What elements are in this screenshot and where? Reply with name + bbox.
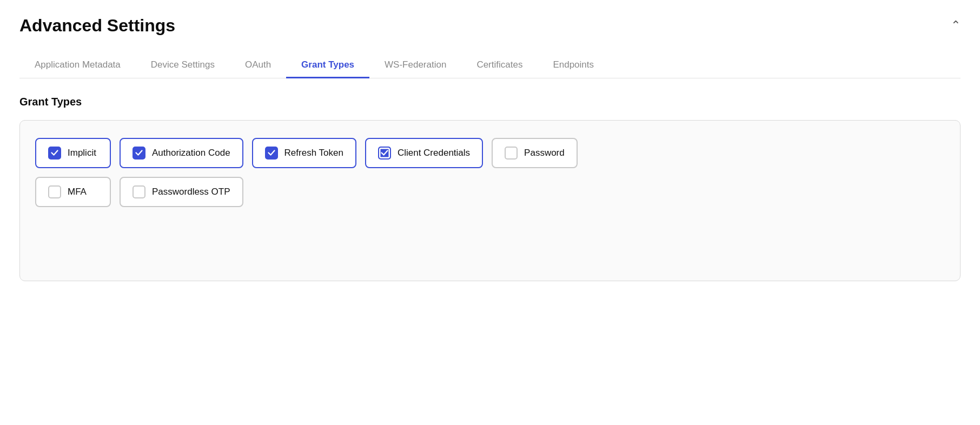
grant-types-row-2: MFA Passwordless OTP: [35, 177, 945, 207]
checkbox-password: [505, 147, 518, 160]
tab-oauth[interactable]: OAuth: [230, 53, 286, 78]
checkbox-authorization-code: [133, 147, 145, 160]
checkbox-mfa: [48, 185, 61, 198]
tab-application-metadata[interactable]: Application Metadata: [19, 53, 136, 78]
grant-type-authorization-code-label: Authorization Code: [152, 148, 230, 158]
grant-types-row-1: Implicit Authorization Code Refresh Toke…: [35, 138, 945, 168]
collapse-icon[interactable]: ⌃: [951, 18, 961, 32]
tab-device-settings[interactable]: Device Settings: [136, 53, 230, 78]
grant-type-client-credentials[interactable]: Client Credentials: [365, 138, 483, 168]
checkbox-refresh-token: [265, 147, 278, 160]
tab-endpoints[interactable]: Endpoints: [538, 53, 609, 78]
tab-ws-federation[interactable]: WS-Federation: [369, 53, 461, 78]
tab-grant-types[interactable]: Grant Types: [286, 53, 369, 78]
grant-type-mfa-label: MFA: [68, 187, 87, 197]
grant-type-implicit-label: Implicit: [68, 148, 96, 158]
grant-type-password[interactable]: Password: [492, 138, 578, 168]
grant-type-passwordless-otp-label: Passwordless OTP: [152, 187, 230, 197]
grant-type-passwordless-otp[interactable]: Passwordless OTP: [120, 177, 243, 207]
checkbox-implicit: [48, 147, 61, 160]
grant-type-implicit[interactable]: Implicit: [35, 138, 111, 168]
grant-types-box: Implicit Authorization Code Refresh Toke…: [19, 120, 961, 281]
page-container: Advanced Settings ⌃ Application Metadata…: [0, 0, 980, 301]
grant-type-mfa[interactable]: MFA: [35, 177, 111, 207]
header-row: Advanced Settings ⌃: [19, 15, 961, 36]
checkbox-passwordless-otp: [133, 185, 145, 198]
checkbox-client-credentials: [378, 147, 391, 160]
grant-type-refresh-token-label: Refresh Token: [284, 148, 343, 158]
tabs-row: Application Metadata Device Settings OAu…: [19, 53, 961, 78]
grant-type-refresh-token[interactable]: Refresh Token: [252, 138, 356, 168]
grant-type-authorization-code[interactable]: Authorization Code: [120, 138, 243, 168]
grant-type-password-label: Password: [524, 148, 565, 158]
grant-type-client-credentials-label: Client Credentials: [398, 148, 470, 158]
section-title: Grant Types: [19, 96, 961, 108]
tab-certificates[interactable]: Certificates: [461, 53, 538, 78]
page-title: Advanced Settings: [19, 15, 175, 36]
